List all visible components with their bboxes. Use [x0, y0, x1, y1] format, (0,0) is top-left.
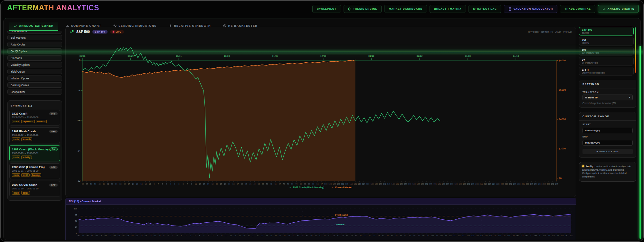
- nav-button-valuation-calculator[interactable]: VALUATION CALCULATOR: [504, 5, 558, 13]
- svg-text:31: 31: [228, 183, 230, 185]
- svg-text:142: 142: [383, 183, 386, 185]
- svg-text:-39: -39: [110, 183, 113, 185]
- metric-card-effr[interactable]: EFFREffective Fed Funds Rate: [579, 67, 634, 76]
- sidebar-item-elections[interactable]: Elections: [7, 55, 62, 61]
- episode-tags: crashcreditbanking: [12, 173, 58, 177]
- svg-text:-24: -24: [77, 150, 81, 152]
- svg-text:101: 101: [426, 235, 429, 237]
- sidebar-item-qe-qt-cycles[interactable]: Qe Qt Cycles: [7, 48, 62, 54]
- sidebar-item-volatility-spikes[interactable]: Volatility Spikes: [7, 62, 62, 67]
- tab-analog-explorer[interactable]: ANALOG EXPLORER: [9, 22, 58, 31]
- svg-text:19: 19: [243, 235, 245, 237]
- nav-button-cyclepilot[interactable]: CYCLEPILOT: [312, 5, 341, 13]
- episode-toggle[interactable]: OFF: [49, 112, 58, 115]
- add-custom-button[interactable]: + ADD CUSTOM: [582, 149, 633, 154]
- transform-select[interactable]: % from T0 ▾: [582, 95, 633, 100]
- rsi-chart: 1007550250-46-44-42-40-38-36-34-32-30-28…: [66, 205, 576, 240]
- nav-button-strategy-lab[interactable]: STRATEGY LAB: [469, 5, 501, 13]
- svg-text:-16: -16: [145, 235, 147, 237]
- metric-list-scrollbar[interactable]: [635, 27, 636, 73]
- svg-text:11: 11: [195, 183, 197, 185]
- svg-text:-30: -30: [123, 183, 126, 185]
- svg-text:163: 163: [565, 235, 568, 237]
- svg-text:163: 163: [412, 183, 416, 185]
- svg-text:166: 166: [417, 183, 420, 185]
- metric-sub: volatility: [582, 42, 631, 44]
- main-panel: ANALOG EXPLORERCOMPARE CHARTLEADING INDI…: [3, 18, 641, 240]
- settings-panel: SETTINGS TRANSFORM % from T0 ▾ Percent c…: [579, 80, 636, 108]
- episode-card[interactable]: 1987 Crash (Black Monday)ON1987-08-25 → …: [9, 145, 60, 161]
- svg-text:91: 91: [404, 235, 406, 237]
- transform-caption: Percent change from the anchor (T0).: [582, 102, 633, 104]
- svg-text:17: 17: [207, 183, 209, 185]
- svg-text:-12: -12: [148, 183, 151, 185]
- sidebar-item-inflation-cycles[interactable]: Inflation Cycles: [7, 76, 62, 81]
- svg-text:262: 262: [551, 183, 554, 185]
- svg-text:0: 0: [76, 232, 78, 234]
- legend-label: Current Market: [335, 186, 352, 189]
- page-scrollbar[interactable]: [639, 46, 641, 239]
- nav-button-thesis-engine[interactable]: THESIS ENGINE: [344, 5, 382, 13]
- live-badge-label: LIVE: [116, 31, 121, 33]
- episode-toggle[interactable]: ON: [50, 147, 58, 151]
- episode-dates: 1961-12-12 → 1962-06-26: [12, 134, 58, 136]
- sidebar-item-yield-curve[interactable]: Yield Curve: [7, 69, 62, 74]
- live-badge: LIVE: [110, 30, 124, 34]
- app-window: AFTERMATH ANALYTICS CYCLEPILOTTHESIS ENG…: [0, 0, 644, 242]
- sidebar-item-rate-cycles[interactable]: Rate Cycles: [7, 42, 62, 47]
- metric-card-vix[interactable]: VIXvolatility: [579, 37, 634, 45]
- metric-card-s&p-500[interactable]: S&P 500equities: [579, 27, 634, 35]
- svg-text:88: 88: [308, 183, 310, 185]
- svg-text:202: 202: [467, 183, 470, 185]
- episode-card[interactable]: 2020 COVID CrashOFF2020-02-19 → 2020-06-…: [9, 181, 60, 197]
- transform-select-value: % from T0: [585, 96, 598, 99]
- svg-text:01/10: 01/10: [368, 55, 374, 57]
- sidebar-item-geopolitical[interactable]: Geopolitical: [7, 89, 62, 95]
- nav-button-analog-charts[interactable]: ANALOG CHARTS: [598, 5, 639, 13]
- svg-text:37: 37: [284, 235, 286, 237]
- metric-name: EFFR: [582, 68, 631, 71]
- svg-text:$4000: $4000: [559, 118, 566, 121]
- sidebar-item-bear-markets[interactable]: Bear Markets: [7, 31, 62, 34]
- episode-tags: crashpolicy: [12, 191, 58, 195]
- svg-text:63: 63: [342, 235, 344, 237]
- episode-card[interactable]: 1929 CrashOFF1929-09-03 → 1932-07-08cras…: [9, 110, 60, 126]
- lightbulb-icon: [582, 165, 584, 167]
- start-date-input[interactable]: [582, 128, 633, 133]
- episode-card-top: 1962 Flash CrashOFF: [12, 130, 58, 133]
- svg-text:-8: -8: [163, 235, 165, 237]
- svg-text:95: 95: [413, 235, 415, 237]
- episode-toggle[interactable]: OFF: [49, 184, 58, 187]
- svg-text:87: 87: [395, 235, 397, 237]
- nav-button-market-dashboard[interactable]: MARKET DASHBOARD: [384, 5, 427, 13]
- svg-text:250: 250: [534, 183, 537, 185]
- svg-text:0: 0: [79, 59, 80, 62]
- svg-text:139: 139: [379, 183, 382, 185]
- episode-tag: depression: [21, 120, 35, 123]
- end-date-input[interactable]: [582, 140, 633, 146]
- svg-text:49: 49: [253, 183, 255, 185]
- episode-toggle[interactable]: OFF: [49, 130, 58, 133]
- svg-text:165: 165: [570, 235, 573, 237]
- svg-text:205: 205: [471, 183, 475, 185]
- episode-card[interactable]: 1962 Flash CrashOFF1961-12-12 → 1962-06-…: [9, 127, 60, 143]
- metric-card-2y[interactable]: 2Y2Y Treasury Yield: [579, 57, 634, 66]
- svg-text:12/08: 12/08: [320, 55, 326, 57]
- sidebar-item-bull-markets[interactable]: Bull Markets: [7, 35, 62, 40]
- episode-title: 1929 Crash: [12, 112, 27, 115]
- svg-text:135: 135: [503, 235, 506, 237]
- episode-toggle[interactable]: OFF: [49, 166, 58, 169]
- svg-text:03/18: 03/18: [465, 55, 471, 57]
- nav-button-breadth-matrix[interactable]: BREADTH MATRIX: [430, 5, 466, 13]
- metric-sub: equities: [582, 32, 631, 34]
- episode-tag: crash: [12, 120, 20, 123]
- nav-button-trade-journal[interactable]: TRADE JOURNAL: [560, 5, 595, 13]
- chart-icon: [602, 7, 606, 11]
- svg-text:184: 184: [442, 183, 445, 185]
- episode-card[interactable]: 2008 GFC (Lehman Era)OFF2008-09-01 → 200…: [9, 163, 60, 179]
- svg-text:-2: -2: [176, 235, 178, 237]
- svg-text:169: 169: [421, 183, 424, 185]
- metric-card-10y[interactable]: 10Y10Y Treasury Yield: [579, 47, 634, 55]
- svg-text:81: 81: [382, 235, 384, 237]
- sidebar-item-banking-crises[interactable]: Banking Crises: [7, 82, 62, 88]
